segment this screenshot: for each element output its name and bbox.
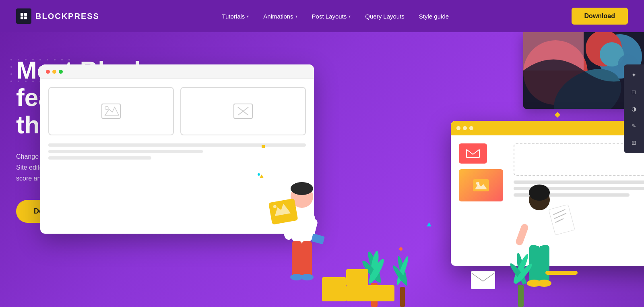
browser-dot-minimize [52, 70, 56, 74]
svg-rect-105 [322, 277, 346, 301]
browser-dot-3 [469, 126, 473, 130]
browser-dot-close [46, 70, 50, 74]
chevron-down-icon: ▾ [295, 14, 297, 19]
nav-style-guide[interactable]: Style guide [419, 13, 449, 20]
nav-animations[interactable]: Animations ▾ [263, 13, 297, 20]
main-nav: Tutorials ▾ Animations ▾ Post Layouts ▾ … [222, 13, 449, 20]
small-diamond [555, 112, 560, 118]
logo[interactable]: BLOCKPRESS [16, 8, 99, 24]
logo-icon [16, 8, 31, 24]
nav-tutorials[interactable]: Tutorials ▾ [222, 13, 249, 20]
nav-query-layouts[interactable]: Query Layouts [365, 13, 405, 20]
svg-rect-107 [346, 269, 368, 286]
yellow-stairs [322, 261, 394, 303]
small-triangle-2 [260, 174, 264, 178]
svg-rect-77 [311, 233, 325, 244]
small-square-1 [262, 145, 265, 148]
svg-rect-108 [471, 271, 495, 289]
chevron-down-icon: ▾ [349, 14, 351, 19]
content-line-3 [48, 156, 151, 160]
plant-3 [503, 230, 539, 307]
image-placeholder [459, 169, 503, 201]
hero-section: Meet Blockpress – feature rich Block the… [0, 32, 644, 307]
svg-rect-62 [473, 179, 489, 191]
browser-card-2 [180, 87, 306, 135]
browser-card-1 [48, 87, 174, 135]
browser-topbar-2 [451, 121, 644, 135]
svg-rect-79 [539, 245, 549, 283]
download-button[interactable]: Download [572, 8, 628, 25]
browser-left-content [459, 143, 507, 201]
small-triangle-1 [427, 222, 431, 226]
yellow-bar [545, 271, 578, 275]
svg-rect-2 [24, 13, 27, 16]
toolbar-grid-icon[interactable]: ⊞ [628, 137, 640, 148]
svg-point-64 [476, 182, 479, 185]
svg-point-71 [301, 274, 314, 280]
browser-content [40, 79, 314, 143]
svg-rect-1 [21, 13, 23, 16]
envelope-decoration [471, 271, 495, 291]
toolbar-select-icon[interactable]: ◻ [628, 86, 640, 97]
browser-dot-1 [456, 126, 460, 130]
svg-rect-3 [21, 17, 23, 19]
svg-rect-68 [292, 241, 302, 277]
header: BLOCKPRESS Tutorials ▾ Animations ▾ Post… [0, 0, 644, 32]
toolbar-strip: ✦ ◻ ◑ ✎ ⊞ [624, 64, 644, 153]
browser-dot-2 [463, 126, 467, 130]
svg-point-23 [10, 73, 12, 75]
email-icon-box [459, 143, 487, 164]
svg-marker-53 [105, 107, 119, 115]
toolbar-sparkle-icon[interactable]: ✦ [628, 69, 640, 81]
chevron-down-icon: ▾ [247, 14, 249, 19]
svg-point-14 [10, 66, 12, 68]
svg-point-32 [10, 81, 12, 82]
svg-rect-100 [518, 285, 524, 307]
toolbar-contrast-icon[interactable]: ◑ [628, 103, 640, 114]
svg-rect-4 [24, 17, 27, 19]
svg-rect-69 [302, 241, 312, 277]
logo-text: BLOCKPRESS [35, 12, 99, 21]
small-dot-orange [399, 247, 402, 251]
svg-rect-106 [346, 285, 394, 301]
nav-post-layouts[interactable]: Post Layouts ▾ [312, 13, 351, 20]
svg-point-5 [10, 59, 12, 60]
browser-dot-maximize [59, 70, 63, 74]
svg-point-84 [529, 185, 550, 201]
svg-point-54 [105, 106, 108, 110]
svg-point-67 [291, 182, 313, 195]
svg-rect-96 [400, 287, 405, 307]
browser-topbar [40, 64, 314, 79]
toolbar-pen-icon[interactable]: ✎ [628, 120, 640, 131]
content-line-2 [48, 150, 203, 153]
